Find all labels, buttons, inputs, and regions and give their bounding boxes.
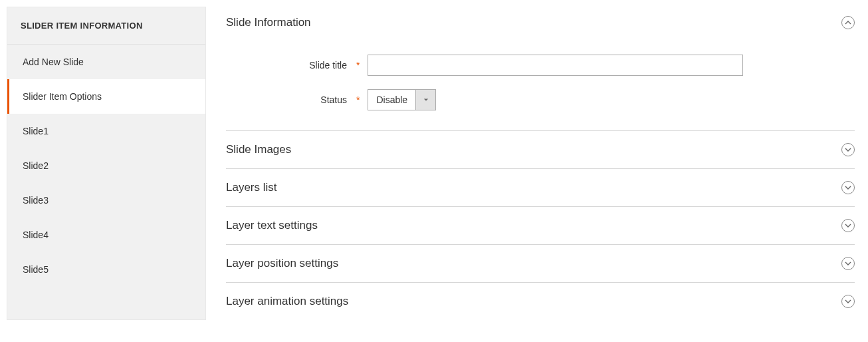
- section-layer-text-settings: Layer text settings: [226, 207, 855, 245]
- chevron-down-icon: [841, 295, 855, 308]
- section-title: Layers list: [226, 181, 277, 194]
- sidebar-item-label: Slide5: [23, 264, 49, 275]
- caret-down-icon: [415, 90, 435, 110]
- required-mark: *: [352, 60, 368, 71]
- section-title: Layer position settings: [226, 257, 338, 270]
- sidebar-item-slide5[interactable]: Slide5: [7, 252, 205, 287]
- status-select[interactable]: Disable: [368, 89, 436, 110]
- sidebar-item-label: Slide2: [23, 160, 49, 171]
- sidebar-item-label: Add New Slide: [23, 57, 84, 67]
- sidebar-item-slide4[interactable]: Slide4: [7, 218, 205, 252]
- sidebar-item-slide1[interactable]: Slide1: [7, 114, 205, 148]
- label-slide-title: Slide title: [226, 60, 352, 71]
- sidebar-item-label: Slide1: [23, 126, 49, 136]
- sidebar-item-label: Slider Item Options: [23, 91, 102, 102]
- section-layer-animation-settings: Layer animation settings: [226, 283, 855, 320]
- section-header-layer-text-settings[interactable]: Layer text settings: [226, 207, 855, 244]
- form-row-status: Status * Disable: [226, 89, 855, 110]
- status-select-value: Disable: [368, 90, 415, 110]
- chevron-down-icon: [841, 181, 855, 194]
- section-layers-list: Layers list: [226, 169, 855, 207]
- chevron-down-icon: [841, 257, 855, 270]
- section-layer-position-settings: Layer position settings: [226, 245, 855, 283]
- section-header-layers-list[interactable]: Layers list: [226, 169, 855, 206]
- section-header-layer-animation-settings[interactable]: Layer animation settings: [226, 283, 855, 320]
- slide-title-input[interactable]: [368, 55, 743, 76]
- section-body-slide-information: Slide title * Status * Disable: [226, 41, 855, 130]
- section-title: Layer animation settings: [226, 295, 348, 308]
- sidebar-item-label: Slide4: [23, 230, 49, 240]
- section-header-layer-position-settings[interactable]: Layer position settings: [226, 245, 855, 282]
- sidebar-item-label: Slide3: [23, 195, 49, 206]
- main-content: Slide Information Slide title * Status *…: [226, 7, 861, 320]
- chevron-up-icon: [841, 16, 855, 29]
- chevron-down-icon: [841, 143, 855, 156]
- section-title: Layer text settings: [226, 219, 318, 232]
- sidebar-item-add-new-slide[interactable]: Add New Slide: [7, 45, 205, 79]
- section-slide-images: Slide Images: [226, 131, 855, 169]
- section-slide-information: Slide Information Slide title * Status *…: [226, 7, 855, 131]
- section-title: Slide Images: [226, 143, 291, 156]
- section-header-slide-information[interactable]: Slide Information: [226, 7, 855, 41]
- required-mark: *: [352, 94, 368, 105]
- sidebar-header: SLIDER ITEM INFORMATION: [7, 7, 205, 45]
- sidebar-item-slide3[interactable]: Slide3: [7, 183, 205, 218]
- form-row-slide-title: Slide title *: [226, 55, 855, 76]
- label-status: Status: [226, 94, 352, 105]
- sidebar-item-slide2[interactable]: Slide2: [7, 148, 205, 183]
- section-header-slide-images[interactable]: Slide Images: [226, 131, 855, 168]
- sidebar-item-slider-item-options[interactable]: Slider Item Options: [7, 79, 205, 114]
- section-title: Slide Information: [226, 16, 311, 29]
- chevron-down-icon: [841, 219, 855, 232]
- sidebar: SLIDER ITEM INFORMATION Add New Slide Sl…: [7, 7, 206, 320]
